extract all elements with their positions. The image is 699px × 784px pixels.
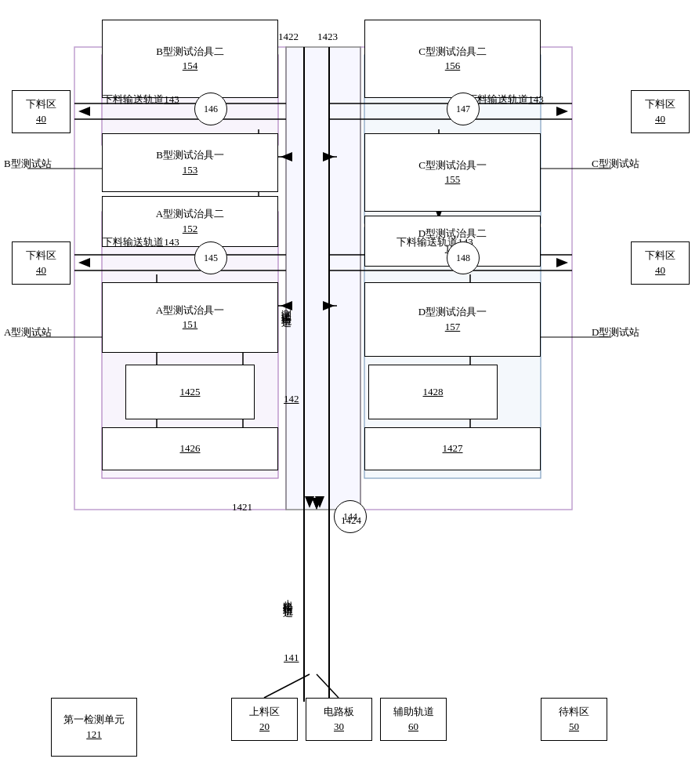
box-1425: 1425 (125, 365, 255, 419)
unload-zone-top-right: 下料区 40 (631, 90, 690, 133)
c-station-label: C型测试站 (592, 157, 639, 171)
unload-track-label-ml: 下料输送轨道143 (90, 235, 192, 249)
circuit-board-label: 电路板 (324, 705, 354, 719)
svg-marker-20 (78, 258, 90, 267)
load-zone-label: 上料区 (249, 705, 280, 719)
unload-zone-top-left: 下料区 40 (12, 90, 71, 133)
c-test-fixture-2-box: C型测试治具二 156 (364, 20, 541, 98)
a-test-fixture-1-num: 151 (183, 318, 198, 332)
a-test-fixture-1-box: A型测试治具一 151 (102, 282, 278, 353)
diagram: 1422 1423 B型测试治具二 154 C型测试治具二 156 下料区 40… (0, 0, 699, 784)
assist-track-num: 60 (408, 720, 418, 734)
load-zone-box: 上料区 20 (231, 698, 298, 741)
svg-marker-38 (281, 152, 292, 162)
d-test-fixture-1-num: 157 (445, 320, 461, 334)
wait-zone-label: 待料区 (559, 705, 589, 719)
box-1428: 1428 (368, 365, 498, 419)
circuit-board-num: 30 (334, 720, 344, 734)
unload-zone-mid-right: 下料区 40 (631, 241, 690, 285)
assist-track-box: 辅助轨道 60 (380, 698, 447, 741)
b-station-label: B型测试站 (4, 157, 52, 171)
a-test-fixture-2-num: 152 (183, 222, 198, 236)
b-test-fixture-1-box: B型测试治具一 153 (102, 133, 278, 192)
b-test-fixture-2-num: 154 (183, 59, 198, 73)
a-station-label: A型测试站 (4, 325, 52, 339)
box-1427: 1427 (364, 427, 541, 470)
label-1421: 1421 (232, 500, 252, 514)
wait-zone-box: 待料区 50 (541, 698, 607, 741)
label-1422: 1422 (278, 30, 299, 44)
detect-unit-box: 第一检测单元 121 (51, 698, 137, 757)
svg-marker-26 (556, 258, 568, 267)
label-1423: 1423 (317, 30, 338, 44)
c-test-fixture-1-box: C型测试治具一 155 (364, 133, 541, 212)
svg-line-49 (264, 674, 310, 698)
label-1428: 1428 (423, 385, 444, 399)
b-test-fixture-2-label: B型测试治具二 (156, 45, 224, 59)
svg-marker-23 (556, 107, 568, 116)
c-test-fixture-2-num: 156 (445, 59, 461, 73)
c-test-fixture-1-label: C型测试治具一 (418, 158, 487, 172)
connection-lines (0, 0, 699, 784)
feed-track-num: 141 (284, 651, 299, 665)
label-1426: 1426 (180, 441, 201, 456)
svg-marker-11 (312, 498, 321, 510)
box-1426: 1426 (102, 427, 278, 470)
wait-zone-num: 50 (569, 720, 579, 734)
assist-track-label: 辅助轨道 (393, 705, 434, 719)
feed-track-label: 上料输送轨道 (281, 545, 304, 647)
detect-unit-label: 第一检测单元 (63, 713, 125, 727)
circle-146: 146 (194, 93, 227, 125)
unload-track-label-tl: 下料输送轨道143 (90, 93, 192, 107)
d-test-fixture-1-label: D型测试治具一 (418, 305, 487, 319)
test-track-num: 142 (284, 392, 299, 406)
circle-147: 147 (447, 93, 480, 125)
svg-marker-14 (315, 496, 324, 508)
test-track-label: 测试输送轨道 (279, 220, 302, 392)
label-1427: 1427 (443, 441, 463, 456)
label-1425: 1425 (180, 385, 201, 399)
arrows-svg (0, 0, 699, 784)
a-test-fixture-1-label: A型测试治具一 (156, 303, 224, 318)
svg-marker-12 (312, 498, 321, 510)
svg-marker-42 (323, 152, 335, 162)
detect-unit-num: 121 (86, 728, 102, 742)
svg-line-50 (317, 674, 339, 698)
circle-148: 148 (447, 241, 480, 274)
c-test-fixture-2-label: C型测试治具二 (418, 45, 487, 59)
svg-marker-13 (305, 496, 314, 508)
load-zone-num: 20 (259, 720, 270, 734)
b-test-fixture-1-num: 153 (183, 163, 198, 177)
d-test-fixture-1-box: D型测试治具一 157 (364, 282, 541, 357)
circle-145: 145 (194, 241, 227, 274)
circuit-board-box: 电路板 30 (306, 698, 372, 741)
label-1424: 1424 (341, 514, 361, 528)
unload-zone-mid-left: 下料区 40 (12, 241, 71, 285)
b-test-fixture-1-label: B型测试治具一 (156, 148, 224, 162)
c-test-fixture-1-num: 155 (445, 172, 461, 187)
svg-marker-44 (323, 301, 335, 310)
d-station-label: D型测试站 (592, 325, 639, 339)
a-test-fixture-2-label: A型测试治具二 (156, 207, 224, 221)
b-test-fixture-2-box: B型测试治具二 154 (102, 20, 278, 98)
svg-marker-17 (78, 107, 90, 116)
